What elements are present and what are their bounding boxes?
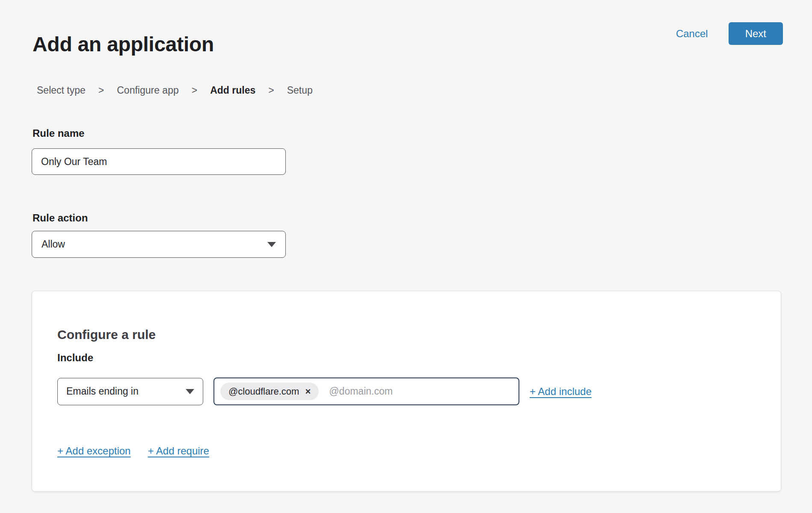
configure-rule-card: Configure a rule Include Emails ending i… <box>32 291 781 492</box>
cancel-button[interactable]: Cancel <box>676 28 708 40</box>
rule-action-select[interactable]: Allow <box>32 231 286 258</box>
breadcrumb-item-select-type[interactable]: Select type <box>37 85 86 96</box>
rule-links-row: + Add exception + Add require <box>57 445 209 457</box>
email-domain-chip-label: @cloudflare.com <box>228 386 299 397</box>
add-require-link[interactable]: + Add require <box>148 445 209 457</box>
chip-remove-icon[interactable]: × <box>305 387 311 396</box>
chevron-down-icon <box>186 389 194 394</box>
rule-name-label: Rule name <box>33 127 84 140</box>
breadcrumb-separator: > <box>192 85 197 96</box>
rule-action-selected-value: Allow <box>41 239 65 250</box>
add-include-link[interactable]: + Add include <box>530 386 592 398</box>
breadcrumb-separator: > <box>98 85 104 96</box>
include-label: Include <box>57 352 93 364</box>
email-domain-input[interactable] <box>328 385 513 398</box>
include-rule-row: Emails ending in @cloudflare.com × + Add… <box>57 377 592 405</box>
add-exception-link[interactable]: + Add exception <box>57 445 130 457</box>
next-button[interactable]: Next <box>729 22 783 45</box>
chevron-down-icon <box>267 242 276 247</box>
page-title: Add an application <box>33 32 214 57</box>
email-domain-tag-input[interactable]: @cloudflare.com × <box>213 377 519 405</box>
breadcrumb-item-add-rules[interactable]: Add rules <box>210 85 255 96</box>
rule-name-input[interactable] <box>32 148 286 175</box>
breadcrumb: Select type > Configure app > Add rules … <box>37 85 313 96</box>
breadcrumb-item-setup[interactable]: Setup <box>287 85 313 96</box>
include-type-selected-value: Emails ending in <box>66 386 139 397</box>
email-domain-chip: @cloudflare.com × <box>220 383 319 400</box>
breadcrumb-separator: > <box>268 85 274 96</box>
rule-card-title: Configure a rule <box>57 327 156 342</box>
rule-action-label: Rule action <box>33 212 88 224</box>
header-actions: Cancel Next <box>676 22 783 45</box>
include-type-select[interactable]: Emails ending in <box>57 378 203 405</box>
breadcrumb-item-configure-app[interactable]: Configure app <box>117 85 179 96</box>
